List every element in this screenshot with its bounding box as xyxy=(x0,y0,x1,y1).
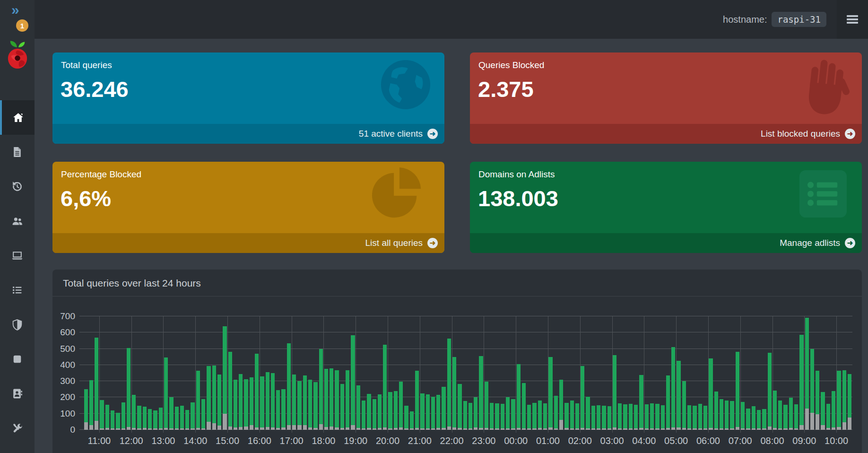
query-bar xyxy=(793,316,799,430)
query-bar xyxy=(617,316,623,430)
query-bar xyxy=(372,316,377,430)
query-bar xyxy=(265,316,270,430)
query-bar xyxy=(446,316,451,430)
card-title: Total queries xyxy=(52,52,444,70)
x-tick-label: 09:00 xyxy=(792,436,816,446)
query-bar xyxy=(735,316,740,430)
home-icon xyxy=(12,112,24,123)
sidebar-item-network[interactable] xyxy=(0,238,35,273)
query-bar xyxy=(243,316,249,430)
sidebar-item-clients[interactable] xyxy=(0,204,35,238)
card-queries-blocked: Queries Blocked 2.375 List blocked queri… xyxy=(470,52,862,144)
card-value: 138.003 xyxy=(470,180,862,211)
query-bar xyxy=(185,316,190,430)
x-tick-label: 06:00 xyxy=(696,436,720,446)
sidebar-item-domains[interactable] xyxy=(0,273,35,307)
query-bar xyxy=(297,316,302,430)
pihole-raspberry-logo[interactable] xyxy=(7,40,28,77)
card-footer-link[interactable]: Manage adlists ➜ xyxy=(470,233,862,253)
card-percentage-blocked: Percentage Blocked 6,6% List all queries… xyxy=(52,162,444,253)
card-value: 6,6% xyxy=(52,180,444,211)
query-bar xyxy=(495,316,500,430)
query-bar xyxy=(110,316,115,430)
query-bar xyxy=(404,316,409,430)
x-tick-label: 19:00 xyxy=(344,436,367,446)
query-bar xyxy=(179,316,184,430)
top-navbar: hostname: raspi-31 xyxy=(35,0,868,39)
query-bar xyxy=(126,316,131,430)
card-title: Percentage Blocked xyxy=(52,162,444,180)
card-footer-link[interactable]: List all queries ➜ xyxy=(52,233,444,253)
query-bar xyxy=(569,316,574,430)
query-bar xyxy=(521,316,526,430)
query-bar xyxy=(484,316,489,430)
query-bar xyxy=(809,316,815,430)
query-bar xyxy=(158,316,163,430)
query-bar xyxy=(580,316,585,430)
sidebar-item-address-book[interactable] xyxy=(0,376,35,411)
query-bar xyxy=(762,316,767,430)
card-title: Queries Blocked xyxy=(470,52,862,70)
query-bar xyxy=(399,316,404,430)
x-tick-label: 10:00 xyxy=(825,436,848,446)
query-bar xyxy=(724,316,729,430)
card-footer-link[interactable]: 51 active clients ➜ xyxy=(52,124,444,144)
query-bar xyxy=(104,316,110,430)
query-bar xyxy=(532,316,537,430)
shield-icon xyxy=(11,319,23,331)
update-badge[interactable]: 1 xyxy=(16,19,28,32)
query-bar xyxy=(842,316,847,430)
x-tick-label: 23:00 xyxy=(472,436,495,446)
control-sidebar-button[interactable] xyxy=(837,0,868,39)
sidebar-item-disable-blocking[interactable] xyxy=(0,307,35,342)
arrow-circle-icon: ➜ xyxy=(845,129,855,139)
card-footer-label: 51 active clients xyxy=(359,129,423,139)
double-chevron-right-icon[interactable]: » xyxy=(11,3,17,17)
query-bar xyxy=(318,316,323,430)
query-bar xyxy=(713,316,719,430)
query-bar xyxy=(163,316,168,430)
query-bar xyxy=(388,316,393,430)
history-icon xyxy=(11,181,23,192)
query-bar xyxy=(169,316,174,430)
x-tick-label: 00:00 xyxy=(504,436,528,446)
query-bar xyxy=(430,316,435,430)
card-footer-link[interactable]: List blocked queries ➜ xyxy=(470,124,862,144)
sidebar-item-dashboard[interactable] xyxy=(0,100,35,135)
x-tick-label: 11:00 xyxy=(88,436,111,446)
query-bar xyxy=(307,316,312,430)
x-tick-label: 01:00 xyxy=(536,436,560,446)
hostname-value: raspi-31 xyxy=(772,12,826,27)
query-bar xyxy=(772,316,777,430)
query-bar xyxy=(612,316,617,430)
x-tick-label: 12:00 xyxy=(120,436,143,446)
file-icon xyxy=(11,146,23,158)
y-tick-label: 300 xyxy=(56,376,75,386)
sidebar-item-query-log[interactable] xyxy=(0,135,35,169)
query-bar xyxy=(548,316,553,430)
sidebar-item-local-dns[interactable] xyxy=(0,342,35,376)
query-bar xyxy=(94,316,99,430)
sidebar-item-long-term-data[interactable] xyxy=(0,169,35,204)
query-bar xyxy=(590,316,596,430)
query-bar xyxy=(585,316,590,430)
query-bar xyxy=(697,316,703,430)
y-tick-label: 400 xyxy=(56,360,75,370)
query-bar xyxy=(628,316,633,430)
query-bar xyxy=(201,316,206,430)
query-bar xyxy=(564,316,569,430)
query-bar xyxy=(393,316,398,430)
query-bar xyxy=(286,316,291,430)
query-bar xyxy=(574,316,580,430)
laptop-icon xyxy=(11,250,23,261)
query-bar xyxy=(681,316,686,430)
sidebar-item-tools[interactable] xyxy=(0,411,35,445)
chart: 0100200300400500600700 11:0012:0013:0014… xyxy=(60,316,852,430)
query-bar xyxy=(99,316,104,430)
query-bar xyxy=(227,316,233,430)
query-bar xyxy=(820,316,825,430)
query-bar xyxy=(468,316,473,430)
query-bar xyxy=(382,316,388,430)
card-value: 36.246 xyxy=(52,70,444,102)
tools-icon xyxy=(11,422,23,434)
